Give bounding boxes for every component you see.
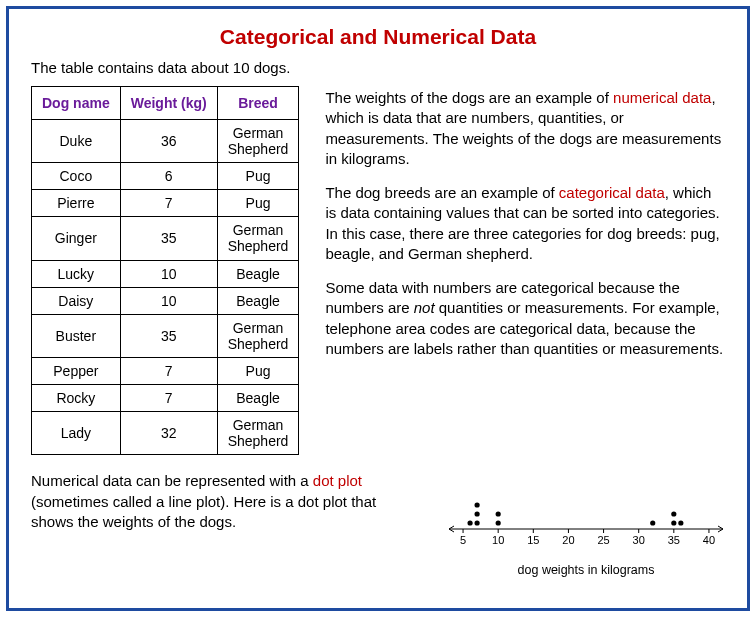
cell-weight: 35	[120, 217, 217, 260]
cell-weight: 32	[120, 412, 217, 455]
main-content-row: Dog name Weight (kg) Breed Duke36GermanS…	[31, 86, 725, 455]
emphasis-not: not	[414, 299, 435, 316]
svg-point-24	[671, 521, 676, 526]
cell-breed: Beagle	[217, 385, 299, 412]
table-row: Ginger35GermanShepherd	[32, 217, 299, 260]
col-dog-name: Dog name	[32, 87, 121, 120]
svg-point-21	[496, 521, 501, 526]
paragraph-numerical: The weights of the dogs are an example o…	[325, 88, 725, 169]
cell-weight: 35	[120, 314, 217, 357]
text: The dog breeds are an example of	[325, 184, 558, 201]
cell-weight: 10	[120, 260, 217, 287]
cell-weight: 6	[120, 163, 217, 190]
cell-weight: 10	[120, 287, 217, 314]
svg-text:10: 10	[492, 534, 504, 546]
paragraph-note: Some data with numbers are categorical b…	[325, 278, 725, 359]
cell-breed: GermanShepherd	[217, 412, 299, 455]
cell-dog-name: Rocky	[32, 385, 121, 412]
cell-breed: Beagle	[217, 287, 299, 314]
document-frame: Categorical and Numerical Data The table…	[6, 6, 750, 611]
intro-text: The table contains data about 10 dogs.	[31, 59, 725, 76]
cell-weight: 7	[120, 357, 217, 384]
svg-text:15: 15	[527, 534, 539, 546]
cell-dog-name: Pierre	[32, 190, 121, 217]
dogs-table: Dog name Weight (kg) Breed Duke36GermanS…	[31, 86, 299, 455]
cell-dog-name: Coco	[32, 163, 121, 190]
cell-dog-name: Lucky	[32, 260, 121, 287]
paragraph-categorical: The dog breeds are an example of categor…	[325, 183, 725, 264]
table-row: Coco6Pug	[32, 163, 299, 190]
svg-point-22	[496, 512, 501, 517]
cell-breed: Pug	[217, 357, 299, 384]
term-categorical-data: categorical data	[559, 184, 665, 201]
page-title: Categorical and Numerical Data	[31, 25, 725, 49]
svg-point-25	[671, 512, 676, 517]
cell-weight: 36	[120, 120, 217, 163]
svg-text:5: 5	[460, 534, 466, 546]
text: The weights of the dogs are an example o…	[325, 89, 613, 106]
cell-dog-name: Duke	[32, 120, 121, 163]
table-row: Daisy10Beagle	[32, 287, 299, 314]
table-row: Lady32GermanShepherd	[32, 412, 299, 455]
cell-dog-name: Pepper	[32, 357, 121, 384]
cell-dog-name: Daisy	[32, 287, 121, 314]
svg-point-17	[467, 521, 472, 526]
text: Numerical data can be represented with a	[31, 472, 313, 489]
cell-dog-name: Buster	[32, 314, 121, 357]
term-dot-plot: dot plot	[313, 472, 362, 489]
svg-point-23	[650, 521, 655, 526]
svg-text:25: 25	[597, 534, 609, 546]
svg-point-20	[475, 503, 480, 508]
text: (sometimes called a line plot). Here is …	[31, 493, 376, 530]
cell-breed: Pug	[217, 190, 299, 217]
svg-point-18	[475, 521, 480, 526]
cell-breed: GermanShepherd	[217, 314, 299, 357]
table-header-row: Dog name Weight (kg) Breed	[32, 87, 299, 120]
table-row: Pierre7Pug	[32, 190, 299, 217]
svg-text:40: 40	[703, 534, 715, 546]
explanation-column: The weights of the dogs are an example o…	[325, 86, 725, 455]
col-breed: Breed	[217, 87, 299, 120]
bottom-row: Numerical data can be represented with a…	[31, 471, 725, 561]
table-row: Pepper7Pug	[32, 357, 299, 384]
term-numerical-data: numerical data	[613, 89, 711, 106]
dotplot-xlabel: dog weights in kilograms	[441, 563, 731, 577]
table-row: Lucky10Beagle	[32, 260, 299, 287]
cell-breed: GermanShepherd	[217, 120, 299, 163]
cell-dog-name: Ginger	[32, 217, 121, 260]
cell-breed: Beagle	[217, 260, 299, 287]
col-weight: Weight (kg)	[120, 87, 217, 120]
dotplot-intro: Numerical data can be represented with a…	[31, 471, 421, 532]
dogs-table-wrap: Dog name Weight (kg) Breed Duke36GermanS…	[31, 86, 299, 455]
cell-weight: 7	[120, 385, 217, 412]
cell-breed: Pug	[217, 163, 299, 190]
cell-dog-name: Lady	[32, 412, 121, 455]
dot-plot-chart: 510152025303540 dog weights in kilograms	[441, 471, 731, 561]
svg-text:35: 35	[668, 534, 680, 546]
table-row: Buster35GermanShepherd	[32, 314, 299, 357]
cell-weight: 7	[120, 190, 217, 217]
svg-text:20: 20	[562, 534, 574, 546]
svg-text:30: 30	[633, 534, 645, 546]
table-row: Duke36GermanShepherd	[32, 120, 299, 163]
cell-breed: GermanShepherd	[217, 217, 299, 260]
table-row: Rocky7Beagle	[32, 385, 299, 412]
svg-point-19	[475, 512, 480, 517]
svg-point-26	[678, 521, 683, 526]
